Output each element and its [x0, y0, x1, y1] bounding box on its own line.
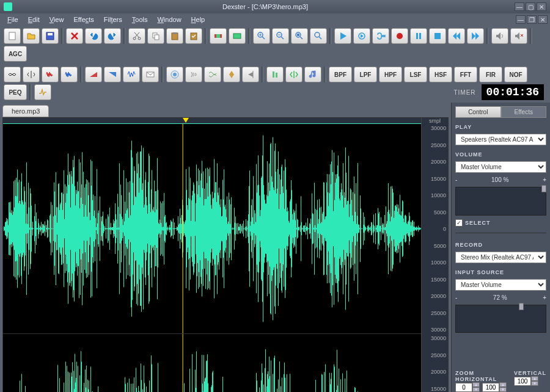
- effect-reverb-button[interactable]: [166, 67, 183, 82]
- effect-echo-button[interactable]: [185, 67, 202, 82]
- waveform-channel-right[interactable]: [3, 334, 421, 392]
- menu-tools[interactable]: Tools: [127, 15, 153, 24]
- spin-down-button[interactable]: ▼: [499, 387, 507, 392]
- save-button[interactable]: [42, 28, 59, 44]
- play-button[interactable]: [334, 28, 351, 44]
- record-device-select[interactable]: Stereo Mix (Realtek AC97 A: [455, 252, 546, 263]
- effect-fadein-button[interactable]: [85, 67, 102, 82]
- zoom-h-to-input[interactable]: [482, 383, 499, 392]
- spin-up-button[interactable]: ▲: [472, 382, 480, 387]
- rewind-button[interactable]: [448, 28, 465, 44]
- open-button[interactable]: [23, 28, 40, 44]
- mix-paste-button[interactable]: [185, 28, 202, 44]
- delete-button[interactable]: [66, 28, 83, 44]
- effect-chorus-button[interactable]: [204, 67, 221, 82]
- effect-amplify-button[interactable]: [123, 67, 140, 82]
- mdi-minimize-button[interactable]: —: [516, 15, 526, 24]
- zoom-in-button[interactable]: [253, 28, 270, 44]
- menu-edit[interactable]: Edit: [23, 15, 45, 24]
- waveform-channel-left[interactable]: [3, 124, 421, 334]
- effect-pitch-button[interactable]: [223, 67, 240, 82]
- filter-nof-button[interactable]: NOF: [504, 67, 527, 82]
- amplitude-scale: smpl 30000250002000015000100005000050001…: [421, 118, 448, 392]
- filter-hpf-button[interactable]: HPF: [379, 67, 402, 82]
- paste-button[interactable]: [166, 28, 183, 44]
- waveform-view[interactable]: hms 0:25.0 0:50.0 1:15.0 1:40.0 2:05.0 2…: [2, 117, 449, 392]
- svg-rect-11: [216, 34, 220, 38]
- filter-peq-button[interactable]: PEQ: [4, 84, 27, 100]
- new-button[interactable]: [4, 28, 21, 44]
- volume-select-checkbox[interactable]: ✓: [455, 219, 463, 227]
- close-button[interactable]: ✕: [537, 2, 546, 11]
- filter-fir-button[interactable]: FIR: [479, 67, 502, 82]
- filter-hsf-button[interactable]: HSF: [429, 67, 452, 82]
- effect-reverse-button[interactable]: [242, 67, 259, 82]
- minimize-button[interactable]: —: [515, 2, 524, 11]
- mdi-close-button[interactable]: ✕: [538, 15, 548, 24]
- sidebar-tab-effects[interactable]: Effects: [501, 106, 547, 118]
- volume-slider[interactable]: [455, 187, 546, 216]
- svg-rect-21: [419, 33, 421, 39]
- slider-thumb[interactable]: [541, 185, 546, 192]
- effect-stretch-button[interactable]: [285, 67, 302, 82]
- playhead-marker[interactable]: [183, 118, 189, 123]
- menu-window[interactable]: Window: [152, 15, 186, 24]
- effect-eq-button[interactable]: [34, 84, 51, 100]
- undo-button[interactable]: [85, 28, 102, 44]
- mdi-restore-button[interactable]: ❐: [527, 15, 537, 24]
- pause-button[interactable]: [410, 28, 427, 44]
- mute-button[interactable]: [510, 28, 527, 44]
- loop-button[interactable]: [372, 28, 389, 44]
- app-icon: [4, 2, 12, 11]
- zoom-out-button[interactable]: [272, 28, 289, 44]
- toolbar-main: AGC: [0, 26, 550, 64]
- menu-file[interactable]: File: [2, 15, 23, 24]
- menu-help[interactable]: Help: [186, 15, 210, 24]
- effect-fadeout-button[interactable]: [104, 67, 121, 82]
- zoom-selection-button[interactable]: [291, 28, 308, 44]
- record-button[interactable]: [391, 28, 408, 44]
- stop-button[interactable]: [429, 28, 446, 44]
- effect-envelope-button[interactable]: [142, 67, 159, 82]
- maximize-button[interactable]: ▢: [526, 2, 535, 11]
- menu-effects[interactable]: Effects: [68, 15, 98, 24]
- copy-button[interactable]: [147, 28, 164, 44]
- sidebar-tab-control[interactable]: Control: [455, 106, 501, 118]
- filter-lsf-button[interactable]: LSF: [404, 67, 427, 82]
- filter-fft-button[interactable]: FFT: [454, 67, 477, 82]
- effect-tone-button[interactable]: [304, 67, 321, 82]
- menu-view[interactable]: View: [45, 15, 69, 24]
- filter-lpf-button[interactable]: LPF: [354, 67, 377, 82]
- effect-crossfade-button[interactable]: [4, 67, 21, 82]
- forward-button[interactable]: [467, 28, 484, 44]
- spin-up-button[interactable]: ▲: [531, 376, 538, 381]
- timeline-ruler-top[interactable]: [3, 118, 421, 124]
- trim-button[interactable]: [210, 28, 227, 44]
- volume-section-label: VOLUME: [455, 151, 546, 158]
- agc-button[interactable]: AGC: [4, 46, 27, 62]
- select-all-button[interactable]: [229, 28, 246, 44]
- play-loop-button[interactable]: [353, 28, 370, 44]
- play-device-select[interactable]: Speakers (Realtek AC97 Au: [455, 134, 546, 145]
- volume-button[interactable]: [491, 28, 508, 44]
- effect-wave1-button[interactable]: [42, 67, 59, 82]
- zoom-v-input[interactable]: [514, 377, 531, 386]
- spin-down-button[interactable]: ▼: [531, 381, 538, 386]
- filter-bpf-button[interactable]: BPF: [329, 67, 352, 82]
- input-slider[interactable]: [455, 305, 546, 333]
- input-device-select[interactable]: Master Volume: [455, 279, 546, 291]
- slider-thumb[interactable]: [519, 303, 524, 310]
- effect-wave2-button[interactable]: [61, 67, 78, 82]
- effect-normalize-button[interactable]: [266, 67, 284, 82]
- spin-down-button[interactable]: ▼: [472, 387, 480, 392]
- zoom-fit-button[interactable]: [310, 28, 327, 44]
- menu-filters[interactable]: Filters: [99, 15, 127, 24]
- titlebar: Dexster - [C:\MP3\hero.mp3] — ▢ ✕: [0, 0, 550, 13]
- cut-button[interactable]: [128, 28, 145, 44]
- file-tab[interactable]: hero.mp3: [2, 105, 49, 117]
- redo-button[interactable]: [104, 28, 121, 44]
- spin-up-button[interactable]: ▲: [499, 382, 507, 387]
- volume-device-select[interactable]: Master Volume: [455, 161, 546, 173]
- effect-split-button[interactable]: [23, 67, 40, 82]
- zoom-h-from-input[interactable]: [455, 383, 472, 392]
